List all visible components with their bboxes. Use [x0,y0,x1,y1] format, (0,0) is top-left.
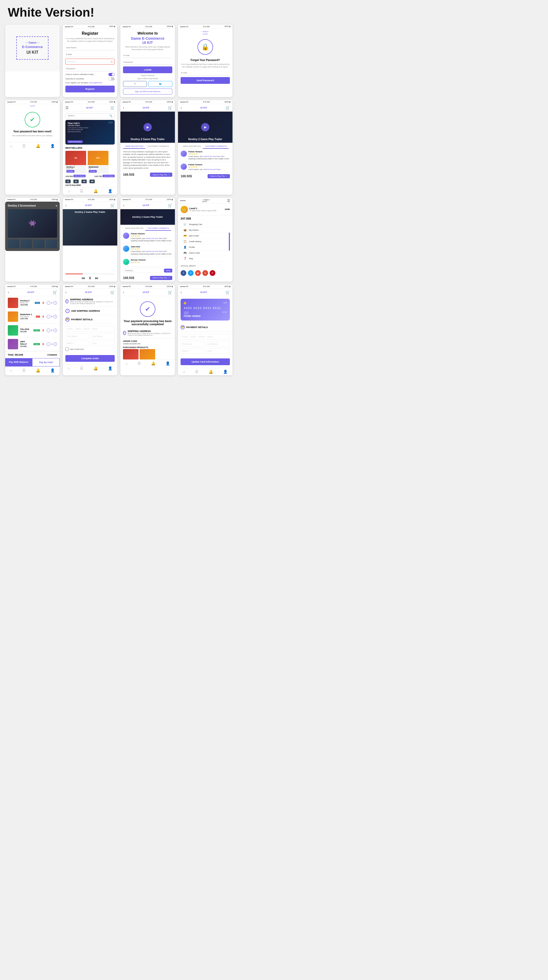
card-mm-yy[interactable]: MM/YY [181,348,205,354]
welcome-email-input[interactable] [123,53,172,58]
next-btn[interactable]: ⏭ [95,276,98,280]
menu-shipping-icon[interactable]: ☰ [80,366,83,371]
back-arrow-icon[interactable]: ‹ [123,106,124,110]
tab-comments-2[interactable]: CUSTOMER COMMENTS [203,144,229,149]
tab-description-2[interactable]: GAME DESCRIPTION [181,144,203,149]
menu-icon[interactable]: ☰ [22,144,26,148]
tab-desc-comments[interactable]: GAME DESCRIPTION [123,226,145,231]
newsletter-toggle[interactable] [108,77,115,80]
search-input[interactable] [68,115,110,117]
destiny-buy-btn[interactable]: Put Buy [67,170,75,173]
user-card-icon[interactable]: 👤 [223,369,227,374]
play-button-2[interactable]: ▶ [201,123,210,131]
home-success-icon[interactable]: ⌂ [125,361,127,366]
prev-btn[interactable]: ⏮ [81,276,85,280]
facebook-login-btn[interactable]: f [123,81,147,87]
bf-buy-btn[interactable]: Put Buy [89,170,97,173]
youtube-social-icon[interactable]: ▶ [195,270,201,276]
bell-icon[interactable]: 🔔 [36,144,40,148]
play-button-1[interactable]: ▶ [143,123,152,131]
pay-card-btn[interactable]: Pay by Card [32,358,60,366]
delete-fifa-btn[interactable]: 🗑 [42,329,44,332]
card-last-name[interactable]: Last Name [206,341,230,347]
user-agreement-link[interactable]: User Agreement [89,82,102,84]
pay-balance-btn[interactable]: Pay With Balance [5,358,32,366]
card-back-icon[interactable]: ‹ [181,290,182,294]
home-nav-icon[interactable]: ⌂ [68,189,70,193]
modal-close-btn[interactable]: × [56,204,57,208]
more-info-btn[interactable]: More Information [67,140,83,143]
thumb-3[interactable] [33,239,44,248]
menu-item-faq[interactable]: ❓ FAQ [181,256,227,262]
menu-item-credit[interactable]: 💳 Add Credit [181,233,227,239]
menu-item-orders[interactable]: 📦 My Orders [181,228,227,233]
email-input[interactable] [65,52,115,57]
qty-minus-destiny[interactable]: - [47,301,50,305]
hamburger-icon[interactable]: ☰ [65,106,69,110]
send-comment-btn[interactable]: Send [164,269,172,272]
card-nav-cart[interactable]: 🛒 [226,290,230,294]
user-cart-icon[interactable]: 👤 [50,368,55,372]
shipping-back-icon[interactable]: ‹ [65,290,67,294]
qty-minus-bf[interactable]: - [47,315,50,318]
tab-comments-1[interactable]: CUSTOMER COMMENTS [145,144,171,149]
menu-nav-icon[interactable]: ☰ [80,189,83,193]
bell-nav-icon[interactable]: 🔔 [94,189,98,193]
user-shipping-icon[interactable]: 👤 [108,366,112,371]
home-icon[interactable]: ⌂ [10,144,12,148]
bell-card-icon[interactable]: 🔔 [209,369,213,374]
qty-plus-destiny[interactable]: + [54,301,57,305]
destiny-add-cart[interactable]: Add to Basket [73,175,86,177]
cvv-field[interactable]: CVV [91,340,115,346]
cart-icon[interactable]: 🛒 [110,106,115,110]
card-cvv[interactable]: CVV [206,348,230,354]
video-cart-icon[interactable]: 🛒 [110,203,115,207]
search-icon[interactable]: 🔍 [110,115,112,117]
complete-order-btn[interactable]: Complete Order [65,355,115,362]
add-shipping-row[interactable]: + ADD SHIPPING ADDRESS [63,307,117,315]
home-shipping-icon[interactable]: ⌂ [68,366,70,371]
save-card-checkbox[interactable] [65,347,69,351]
pinterest-social-icon[interactable]: P [210,270,215,276]
home-cart-icon[interactable]: ⌂ [10,368,12,372]
menu-cart-icon[interactable]: ☰ [22,368,26,372]
menu-item-cart[interactable]: 🛒 Shopping Cart [181,222,227,228]
comments-cart-icon[interactable]: 🛒 [168,203,172,207]
signup-email-btn[interactable]: Sign up With Email Address [123,89,172,94]
comment-input[interactable] [123,268,163,273]
card-number-field[interactable]: 0000 - 0000 - 0000 - 0000 [65,326,115,332]
cart-nav-icon[interactable]: 🛒 [53,290,57,294]
tab-description-1[interactable]: GAME DESCRIPTION [123,144,145,149]
thumb-4[interactable] [46,239,57,248]
home-card-icon[interactable]: ⌂ [183,369,185,374]
bell-success-icon[interactable]: 🔔 [151,361,156,366]
qty-plus-dirt[interactable]: + [54,342,57,346]
detail2-cart-icon[interactable]: 🛒 [226,106,230,110]
card-first-name[interactable]: First Name [181,341,205,347]
forgot-link[interactable]: Forgot Password [123,75,172,76]
mm-yy-field[interactable]: MM/YY [65,340,89,346]
success-cart-icon[interactable]: 🛒 [168,290,172,294]
sidebar-hamburger[interactable]: ☰ [227,199,230,203]
update-card-btn[interactable]: Update Card Information [181,358,230,365]
twitter-login-btn[interactable]: 🐦 [148,81,172,87]
success-back-icon[interactable]: ‹ [123,290,124,294]
qty-plus-bf[interactable]: + [54,315,57,318]
pause-btn[interactable]: ⏸ [88,276,92,280]
user-nav-icon[interactable]: 👤 [108,189,112,193]
username-input[interactable] [65,45,115,50]
password-field[interactable]: Password ⚠ [65,59,115,65]
confirm-password-input[interactable] [65,66,115,72]
send-password-button[interactable]: Send Password [181,77,230,84]
want-play-btn-2[interactable]: I Want to Play This 🛒 [208,174,230,178]
forgot-email-input[interactable] [181,70,230,76]
shipping-cart-icon[interactable]: 🛒 [110,290,115,294]
delete-bf-btn[interactable]: 🗑 [42,315,44,318]
want-play-btn-comments[interactable]: I Want to Play This 🛒 [150,276,172,280]
welcome-password-input[interactable] [123,60,172,65]
facebook-social-icon[interactable]: f [181,270,186,276]
search-bar[interactable]: 🔍 [65,113,115,118]
video-back-icon[interactable]: ‹ [65,203,67,207]
bell-cart-icon[interactable]: 🔔 [36,368,40,372]
comments-back-icon[interactable]: ‹ [123,203,124,207]
